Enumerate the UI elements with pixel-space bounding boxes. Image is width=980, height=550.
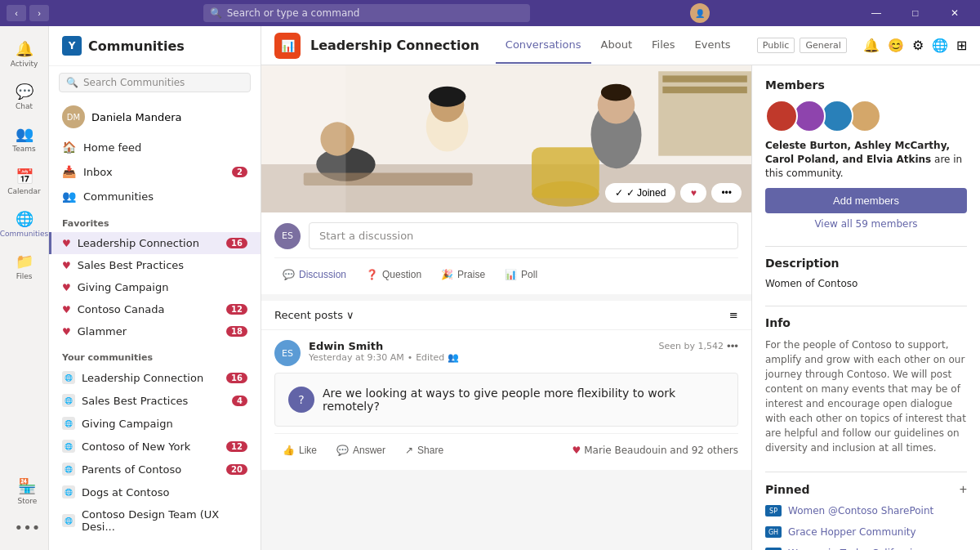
favorite-contoso-canada[interactable]: ♥ Contoso Canada 12 — [49, 298, 261, 320]
inbox-icon: 📥 — [62, 165, 75, 178]
sidebar-item-teams[interactable]: 👥 Teams — [0, 118, 48, 159]
sidebar-item-chat[interactable]: 💬 Chat — [0, 76, 48, 117]
activity-label: Activity — [11, 60, 38, 68]
poll-label: Poll — [521, 269, 537, 280]
praise-type-button[interactable]: 🎉 Praise — [433, 265, 493, 284]
post-composer: ES Start a discussion 💬 Discussion ❓ Que… — [261, 212, 751, 301]
pinned-header: Pinned + — [765, 482, 967, 497]
tab-files[interactable]: Files — [642, 27, 685, 64]
joined-button[interactable]: ✓ ✓ Joined — [605, 183, 676, 203]
sharepoint-icon: SP — [765, 505, 782, 516]
community-name: Leadership Connection — [310, 38, 479, 53]
sidebar-item-communities[interactable]: 🌐 Communities — [0, 203, 48, 244]
community-icon-5: 🌐 — [62, 463, 75, 476]
share-button[interactable]: ↗ Share — [397, 440, 452, 460]
joined-label: ✓ Joined — [626, 187, 666, 199]
favorite-sales-best-practices[interactable]: ♥ Sales Best Practices — [49, 254, 261, 276]
user-row[interactable]: DM Daniela Mandera — [49, 99, 261, 135]
more-dots-icon: ••• — [721, 187, 732, 199]
community-giving-campaign[interactable]: 🌐 Giving Campaign — [49, 412, 261, 435]
fav-glammer-badge: 18 — [226, 326, 247, 337]
search-placeholder: Search Communities — [83, 77, 185, 88]
sidebar-item-store[interactable]: 🏪 Store — [8, 471, 47, 512]
post-more-button[interactable]: ••• — [727, 340, 738, 352]
answer-button[interactable]: 💬 Answer — [328, 440, 394, 460]
user-avatar: DM — [62, 105, 85, 128]
nav-forward-button[interactable]: › — [29, 5, 49, 21]
more-options-button[interactable]: ••• — [711, 183, 742, 203]
community-icon-4: 🌐 — [62, 440, 75, 453]
heart-icon-5: ♥ — [62, 326, 71, 338]
like-button[interactable]: 👍 Like — [274, 440, 325, 460]
nav-back-button[interactable]: ‹ — [7, 5, 26, 21]
post-card: ES Edwin Smith Yesterday at 9:30 AM • Ed… — [261, 330, 751, 470]
member-avatar-4 — [849, 100, 881, 132]
pinned-item-3[interactable]: WT Women in Tech - California — [765, 543, 967, 550]
description-section: Description Women of Contoso — [765, 257, 967, 289]
sidebar-item-activity[interactable]: 🔔 Activity — [0, 34, 48, 74]
fav-glammer-label: Glammer — [78, 325, 127, 338]
post-question-card: ? Are we looking at ways to give people … — [274, 373, 738, 427]
window-close-button[interactable]: ✕ — [936, 0, 973, 26]
svg-rect-7 — [532, 147, 599, 198]
post-actions: 👍 Like 💬 Answer ↗ Share ♥ — [274, 433, 738, 460]
question-type-button[interactable]: ❓ Question — [358, 265, 430, 284]
discussion-input[interactable]: Start a discussion — [309, 222, 738, 249]
globe-button[interactable]: 🌐 — [932, 38, 948, 53]
community-leadership-connection[interactable]: 🌐 Leadership Connection 16 — [49, 366, 261, 389]
window-maximize-button[interactable]: □ — [897, 0, 934, 26]
sidebar-item-more[interactable]: ••• — [8, 512, 47, 543]
sidebar-item-calendar[interactable]: 📅 Calendar — [0, 161, 48, 202]
search-icon: 🔍 — [66, 77, 78, 88]
nav-communities[interactable]: 👥 Communities — [49, 184, 261, 208]
window-minimize-button[interactable]: — — [858, 0, 895, 26]
members-desc: Celeste Burton, Ashley McCarthy, Carol P… — [765, 139, 967, 180]
community-sales-label: Sales Best Practices — [82, 395, 188, 407]
add-members-button[interactable]: Add members — [765, 188, 967, 213]
bell-button[interactable]: 🔔 — [863, 38, 880, 53]
pinned-item-1[interactable]: SP Women @Contoso SharePoint — [765, 500, 967, 521]
favorite-giving-campaign[interactable]: ♥ Giving Campaign — [49, 276, 261, 298]
view-all-members-link[interactable]: View all 59 members — [765, 218, 967, 230]
nav-inbox[interactable]: 📥 Inbox 2 — [49, 159, 261, 184]
sidebar-item-files[interactable]: 📁 Files — [0, 246, 48, 287]
favorite-glammer[interactable]: ♥ Glammer 18 — [49, 320, 261, 342]
tab-conversations[interactable]: Conversations — [496, 27, 591, 64]
tab-about[interactable]: About — [591, 27, 642, 64]
community-sales-best-practices[interactable]: 🌐 Sales Best Practices 4 — [49, 389, 261, 412]
favorite-leadership-connection[interactable]: ♥ Leadership Connection 16 — [49, 232, 261, 254]
question-type-icon: ❓ — [366, 269, 378, 280]
titlebar-avatar[interactable]: 👤 — [684, 3, 710, 23]
community-contoso-ny[interactable]: 🌐 Contoso of New York 12 — [49, 435, 261, 458]
community-leadership-badge: 16 — [226, 373, 247, 383]
poll-type-button[interactable]: 📊 Poll — [497, 265, 546, 284]
emoji-button[interactable]: 😊 — [888, 38, 904, 53]
add-pinned-button[interactable]: + — [960, 482, 967, 497]
post-time: Yesterday at 9:30 AM — [309, 352, 404, 363]
question-text: Are we looking at ways to give people mo… — [323, 387, 724, 413]
home-feed-label: Home feed — [83, 141, 141, 154]
pinned-item-2[interactable]: GH Grace Hopper Community — [765, 521, 967, 543]
titlebar: ‹ › 🔍 Search or type a command 👤 — □ ✕ — [0, 0, 980, 26]
yammer-logo: Y — [62, 36, 82, 56]
apps-button[interactable]: ⊞ — [956, 38, 967, 53]
titlebar-search[interactable]: 🔍 Search or type a command — [203, 4, 530, 22]
communities-label: Communities — [0, 230, 48, 238]
titlebar-nav: ‹ › — [7, 5, 49, 21]
nav-home-feed[interactable]: 🏠 Home feed — [49, 135, 261, 159]
heart-button[interactable]: ♥ — [680, 183, 706, 203]
settings-button[interactable]: ⚙ — [912, 38, 924, 53]
chevron-down-icon: ∨ — [346, 309, 354, 321]
discussion-type-button[interactable]: 💬 Discussion — [274, 265, 354, 284]
community-design-team[interactable]: 🌐 Contoso Design Team (UX Desi... — [49, 503, 261, 538]
communities-search[interactable]: 🔍 Search Communities — [59, 73, 251, 92]
topbar-actions: 🔔 😊 ⚙ 🌐 ⊞ — [863, 38, 967, 53]
community-dogs-contoso[interactable]: 🌐 Dogs at Contoso — [49, 481, 261, 503]
likes-text: Marie Beaudouin and 92 others — [584, 445, 738, 456]
tab-events[interactable]: Events — [685, 27, 741, 64]
community-dogs-label: Dogs at Contoso — [82, 486, 169, 499]
community-parents-contoso[interactable]: 🌐 Parents of Contoso 20 — [49, 458, 261, 481]
calendar-label: Calendar — [7, 187, 40, 195]
content-area: ✓ ✓ Joined ♥ ••• ES — [261, 65, 980, 550]
filter-icon[interactable]: ≡ — [729, 309, 738, 321]
